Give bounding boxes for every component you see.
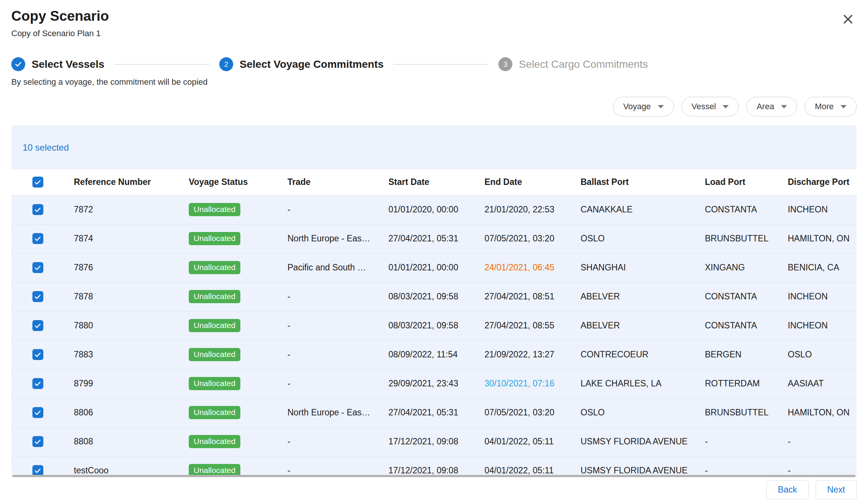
row-checkbox[interactable] bbox=[32, 378, 43, 389]
cell-start-date: 29/09/2021, 23:43 bbox=[379, 369, 475, 398]
selection-toolbar: 10 selected bbox=[11, 125, 857, 169]
cell-discharge-port: HAMILTON, ON bbox=[778, 224, 857, 253]
column-header-end-date[interactable]: End Date bbox=[475, 169, 571, 195]
cell-end-date: 27/04/2021, 08:55 bbox=[475, 311, 571, 340]
close-icon[interactable] bbox=[839, 11, 857, 29]
row-checkbox[interactable] bbox=[32, 436, 43, 447]
cell-discharge-port: - bbox=[778, 427, 857, 456]
row-checkbox[interactable] bbox=[32, 204, 43, 215]
cell-load-port: - bbox=[695, 427, 778, 456]
cell-trade: - bbox=[278, 195, 379, 224]
cell-reference-number: 7878 bbox=[64, 282, 179, 311]
cell-end-date: 21/01/2020, 22:53 bbox=[475, 195, 571, 224]
cell-voyage-status: Unallocated bbox=[179, 282, 278, 311]
row-checkbox[interactable] bbox=[32, 349, 43, 360]
row-checkbox[interactable] bbox=[32, 465, 43, 476]
table-row[interactable]: 7878 Unallocated - 08/03/2021, 09:58 27/… bbox=[11, 282, 857, 311]
status-badge: Unallocated bbox=[189, 377, 240, 390]
status-badge: Unallocated bbox=[189, 290, 240, 303]
status-badge: Unallocated bbox=[189, 435, 240, 448]
voyage-table-container: 10 selected Reference Number Voyage Stat… bbox=[11, 125, 857, 479]
table-row[interactable]: 7876 Unallocated Pacific and South … 01/… bbox=[11, 253, 857, 282]
cell-start-date: 17/12/2021, 09:08 bbox=[379, 427, 475, 456]
step-select-vessels[interactable]: Select Vessels bbox=[11, 57, 104, 71]
status-badge: Unallocated bbox=[189, 261, 240, 274]
chevron-down-icon bbox=[723, 105, 729, 108]
cell-ballast-port: CONTRECOEUR bbox=[571, 340, 695, 369]
column-header-trade[interactable]: Trade bbox=[278, 169, 379, 195]
status-badge: Unallocated bbox=[189, 319, 240, 332]
voyage-filter-button[interactable]: Voyage bbox=[613, 97, 674, 116]
cell-discharge-port: INCHEON bbox=[778, 195, 857, 224]
cell-trade: Pacific and South … bbox=[278, 253, 379, 282]
next-button[interactable]: Next bbox=[816, 480, 857, 499]
table-row[interactable]: 8808 Unallocated - 17/12/2021, 09:08 04/… bbox=[11, 427, 857, 456]
cell-reference-number: 7883 bbox=[64, 340, 179, 369]
table-row[interactable]: 7883 Unallocated - 08/09/2022, 11:54 21/… bbox=[11, 340, 857, 369]
cell-discharge-port: AASIAAT bbox=[778, 369, 857, 398]
cell-reference-number: 8808 bbox=[64, 427, 179, 456]
step-select-cargo-commitments[interactable]: 3 Select Cargo Commitments bbox=[498, 57, 648, 71]
cell-start-date: 08/09/2022, 11:54 bbox=[379, 340, 475, 369]
row-checkbox[interactable] bbox=[32, 407, 43, 418]
cell-trade: - bbox=[278, 311, 379, 340]
cell-reference-number: 7880 bbox=[64, 311, 179, 340]
cell-load-port: CONSTANTA bbox=[695, 311, 778, 340]
cell-load-port: BRUNSBUTTEL bbox=[695, 398, 778, 427]
table-row[interactable]: 8799 Unallocated - 29/09/2021, 23:43 30/… bbox=[11, 369, 857, 398]
step-select-voyage-commitments[interactable]: 2 Select Voyage Commitments bbox=[219, 57, 384, 71]
more-filter-label: More bbox=[815, 102, 834, 111]
cell-ballast-port: OSLO bbox=[571, 398, 695, 427]
column-header-load-port[interactable]: Load Port bbox=[695, 169, 778, 195]
cell-start-date: 27/04/2021, 05:31 bbox=[379, 398, 475, 427]
cell-end-date: 30/10/2021, 07:16 bbox=[475, 369, 571, 398]
table-body: 7872 Unallocated - 01/01/2020, 00:00 21/… bbox=[11, 195, 857, 479]
table-row[interactable]: 7872 Unallocated - 01/01/2020, 00:00 21/… bbox=[11, 195, 857, 224]
cell-trade: - bbox=[278, 369, 379, 398]
more-filter-button[interactable]: More bbox=[805, 97, 857, 116]
chevron-down-icon bbox=[840, 105, 847, 108]
dialog-footer: Back Next bbox=[0, 477, 868, 502]
column-header-discharge-port[interactable]: Discharge Port bbox=[778, 169, 857, 195]
page-title: Copy Scenario bbox=[11, 8, 109, 24]
cell-discharge-port: INCHEON bbox=[778, 311, 857, 340]
vessel-filter-label: Vessel bbox=[692, 102, 716, 111]
cell-discharge-port: HAMILTON, ON bbox=[778, 398, 857, 427]
cell-trade: - bbox=[278, 427, 379, 456]
voyage-table: Reference Number Voyage Status Trade Sta… bbox=[11, 169, 857, 479]
helper-text: By selecting a voyage, the commitment wi… bbox=[11, 77, 857, 87]
cell-end-date: 24/01/2021, 06:45 bbox=[475, 253, 571, 282]
cell-trade: - bbox=[278, 282, 379, 311]
stepper: Select Vessels 2 Select Voyage Commitmen… bbox=[11, 57, 857, 71]
row-checkbox[interactable] bbox=[32, 233, 43, 244]
cell-voyage-status: Unallocated bbox=[179, 253, 278, 282]
table-row[interactable]: 8806 Unallocated North Europe - Eas… 27/… bbox=[11, 398, 857, 427]
cell-voyage-status: Unallocated bbox=[179, 427, 278, 456]
column-header-ballast-port[interactable]: Ballast Port bbox=[571, 169, 695, 195]
column-header-start-date[interactable]: Start Date bbox=[379, 169, 475, 195]
row-checkbox[interactable] bbox=[32, 291, 43, 302]
cell-discharge-port: OSLO bbox=[778, 340, 857, 369]
area-filter-button[interactable]: Area bbox=[746, 97, 797, 116]
column-header-reference-number[interactable]: Reference Number bbox=[64, 169, 179, 195]
table-row[interactable]: 7874 Unallocated North Europe - Eas… 27/… bbox=[11, 224, 857, 253]
column-header-voyage-status[interactable]: Voyage Status bbox=[179, 169, 278, 195]
select-all-checkbox[interactable] bbox=[32, 177, 43, 188]
cell-reference-number: 7874 bbox=[64, 224, 179, 253]
cell-voyage-status: Unallocated bbox=[179, 398, 278, 427]
cell-ballast-port: USMSY FLORIDA AVENUE bbox=[571, 427, 695, 456]
cell-start-date: 27/04/2021, 05:31 bbox=[379, 224, 475, 253]
back-button[interactable]: Back bbox=[766, 480, 809, 499]
cell-discharge-port: BENICIA, CA bbox=[778, 253, 857, 282]
cell-reference-number: 7876 bbox=[64, 253, 179, 282]
row-checkbox[interactable] bbox=[32, 320, 43, 331]
dialog-header: Copy Scenario Copy of Scenario Plan 1 bbox=[0, 0, 868, 38]
cell-end-date: 07/05/2021, 03:20 bbox=[475, 224, 571, 253]
cell-load-port: CONSTANTA bbox=[695, 195, 778, 224]
cell-end-date: 21/09/2022, 13:27 bbox=[475, 340, 571, 369]
row-checkbox[interactable] bbox=[32, 262, 43, 273]
step-1-label: Select Vessels bbox=[32, 58, 104, 70]
cell-ballast-port: OSLO bbox=[571, 224, 695, 253]
table-row[interactable]: 7880 Unallocated - 08/03/2021, 09:58 27/… bbox=[11, 311, 857, 340]
vessel-filter-button[interactable]: Vessel bbox=[682, 97, 739, 116]
